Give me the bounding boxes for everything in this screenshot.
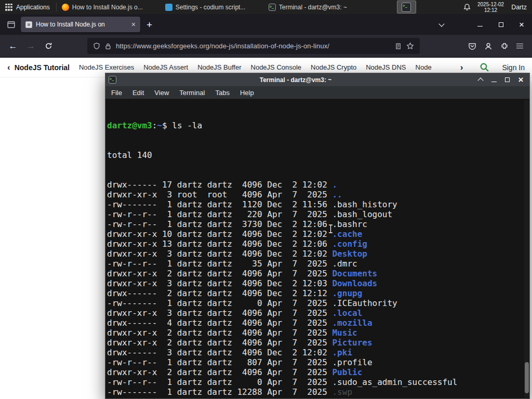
terminal-output-line: drwxr-xr-x 10 dartz dartz 4096 Dec 2 12:… <box>107 229 529 239</box>
forward-button[interactable]: → <box>22 38 39 54</box>
applications-menu-button[interactable]: Applications <box>0 0 55 14</box>
toolbar-action-icons <box>468 42 528 50</box>
site-nav-item[interactable]: NodeJS Buffer <box>197 63 241 71</box>
terminal-menu-tabs[interactable]: Tabs <box>215 89 229 97</box>
terminal-output-line: drwxr-xr-x 13 dartz dartz 4096 Dec 2 12:… <box>107 239 529 249</box>
tab-close-icon[interactable]: × <box>131 21 136 28</box>
list-tabs-icon[interactable] <box>438 21 444 26</box>
user-menu[interactable]: Dartz <box>511 4 527 11</box>
terminal-icon <box>402 3 411 12</box>
terminal-prompt-line: dartz@vm3:~$ ls -la <box>107 121 529 130</box>
taskbar-window-button[interactable]: Terminal - dartz@vm3: ~ <box>265 1 367 13</box>
site-nav-item[interactable]: Node <box>416 63 432 71</box>
taskbar-window-button[interactable]: How to Install Node.js o... <box>58 1 161 13</box>
site-nav-item[interactable]: NodeJS Assert <box>143 63 188 71</box>
taskbar-window-list: How to Install Node.js o...Settings - co… <box>58 0 368 14</box>
desktop: Applications How to Install Node.js o...… <box>0 0 532 399</box>
terminal-output-line: drwxr-xr-x 3 root root 4096 Apr 7 2025 .… <box>107 190 529 200</box>
site-nav-item[interactable]: NodeJS Exercises <box>79 63 134 71</box>
clock-date: 2025-12-02 <box>477 2 504 7</box>
site-nav-item[interactable]: NodeJS Console <box>251 63 302 71</box>
terminal-title-bar[interactable]: Terminal - dartz@vm3: ~ × <box>105 73 529 86</box>
search-icon[interactable] <box>480 62 489 72</box>
file-name: Templates <box>332 397 377 398</box>
site-nav-item[interactable]: NodeJS Tutorial <box>15 63 70 72</box>
nav-scroll-left-icon[interactable]: ‹ <box>7 63 10 72</box>
file-name: .bash_logout <box>332 209 392 219</box>
firefox-view-button[interactable] <box>4 18 18 31</box>
extensions-icon[interactable] <box>500 42 509 50</box>
file-name: .local <box>332 308 362 318</box>
prompt-userhost: dartz@vm3 <box>107 121 152 130</box>
terminal-output-line: drwxr-xr-x 2 dartz dartz 4096 Apr 7 2025… <box>107 338 529 348</box>
address-bar[interactable]: https://www.geeksforgeeks.org/node-js/in… <box>87 38 420 54</box>
notification-bell-icon[interactable] <box>463 3 471 11</box>
reload-icon <box>45 42 52 50</box>
browser-tab[interactable]: How to Install Node.js on × <box>21 17 140 32</box>
taskbar-window-title: Terminal - dartz@vm3: ~ <box>279 4 364 11</box>
terminal-output-line: drwx------ 3 dartz dartz 4096 Dec 2 12:0… <box>107 348 529 357</box>
typed-command: ls -la <box>172 121 202 130</box>
terminal-output-line: drwxr-xr-x 2 dartz dartz 4096 Apr 7 2025… <box>107 397 529 398</box>
terminal-shade-icon[interactable] <box>477 76 484 83</box>
nav-scroll-right-icon[interactable]: › <box>460 63 463 72</box>
reader-mode-icon[interactable] <box>395 43 402 50</box>
file-name: .bash_history <box>332 200 397 209</box>
terminal-title: Terminal - dartz@vm3: ~ <box>116 76 475 84</box>
taskbar-window-button[interactable]: Settings - codium script... <box>162 1 264 13</box>
file-name: .cache <box>332 229 362 239</box>
file-name: .dmrc <box>332 259 357 269</box>
terminal-output-line: drwxr-xr-x 3 dartz dartz 4096 Dec 2 12:0… <box>107 278 529 288</box>
terminal-menu-view[interactable]: View <box>154 89 169 97</box>
terminal-output-line: drwx------ 17 dartz dartz 4096 Dec 2 12:… <box>107 180 529 190</box>
url-text[interactable]: https://www.geeksforgeeks.org/node-js/in… <box>116 42 390 50</box>
terminal-menu-help[interactable]: Help <box>240 89 254 97</box>
firefox-icon <box>62 4 69 11</box>
panel-clock[interactable]: 2025-12-02 12:12 <box>477 2 504 13</box>
terminal-output-line: drwxr-xr-x 3 dartz dartz 4096 Dec 2 12:0… <box>107 249 529 259</box>
back-button[interactable]: ← <box>4 38 22 54</box>
terminal-menu-terminal[interactable]: Terminal <box>179 89 205 97</box>
site-nav-item[interactable]: NodeJS DNS <box>366 63 406 71</box>
terminal-output-line: drwxr-xr-x 2 dartz dartz 4096 Apr 7 2025… <box>107 367 529 377</box>
terminal-menu-edit[interactable]: Edit <box>132 89 144 97</box>
terminal-maximize-icon[interactable] <box>504 76 511 83</box>
browser-tab-bar: How to Install Node.js on × + × <box>0 14 532 35</box>
prompt-path: ~ <box>157 121 162 130</box>
account-icon[interactable] <box>484 42 493 50</box>
reload-button[interactable] <box>39 38 57 54</box>
window-maximize-icon[interactable] <box>497 20 505 29</box>
site-nav-right: › Sign In <box>460 62 525 72</box>
tabbar-controls: × <box>440 20 528 29</box>
pocket-icon[interactable] <box>468 42 476 50</box>
site-nav-item[interactable]: NodeJS Crypto <box>311 63 356 71</box>
file-name: .ICEauthority <box>332 298 397 308</box>
window-close-icon[interactable]: × <box>517 20 526 29</box>
bookmark-star-icon[interactable] <box>406 42 414 50</box>
panel-status-area: 2025-12-02 12:12 Dartz <box>463 2 532 13</box>
terminal-menu-bar: FileEditViewTerminalTabsHelp <box>105 86 529 99</box>
site-nav-items: NodeJS TutorialNodeJS ExercisesNodeJS As… <box>15 63 432 72</box>
terminal-scrollbar[interactable] <box>524 100 529 397</box>
terminal-icon <box>269 4 276 11</box>
terminal-output-line: -rw------- 1 dartz dartz 0 Apr 7 2025 .I… <box>107 298 529 308</box>
new-tab-button[interactable]: + <box>147 20 152 30</box>
terminal-scrollbar-thumb[interactable] <box>525 362 529 393</box>
terminal-output-line: -rw-r--r-- 1 dartz dartz 0 Apr 7 2025 .s… <box>107 377 529 387</box>
terminal-output[interactable]: dartz@vm3:~$ ls -la total 140 drwx------… <box>105 99 529 398</box>
terminal-close-icon[interactable]: × <box>517 76 524 83</box>
terminal-output-line: -rw-r--r-- 1 dartz dartz 807 Apr 7 2025 … <box>107 357 529 367</box>
tracking-shield-icon[interactable] <box>93 42 100 50</box>
sign-in-button[interactable]: Sign In <box>502 63 525 72</box>
file-name: .config <box>332 239 367 249</box>
site-favicon <box>25 21 32 28</box>
terminal-output-line: drwxr-xr-x 3 dartz dartz 4096 Apr 7 2025… <box>107 308 529 318</box>
file-name: .sudo_as_admin_successful <box>332 377 457 387</box>
applications-icon <box>5 4 12 11</box>
terminal-minimize-icon[interactable] <box>490 76 497 83</box>
active-task-button[interactable] <box>397 1 416 14</box>
terminal-menu-file[interactable]: File <box>111 89 122 97</box>
menu-icon[interactable] <box>516 44 523 48</box>
window-minimize-icon[interactable] <box>476 20 484 29</box>
taskbar-window-title: How to Install Node.js o... <box>72 4 157 11</box>
